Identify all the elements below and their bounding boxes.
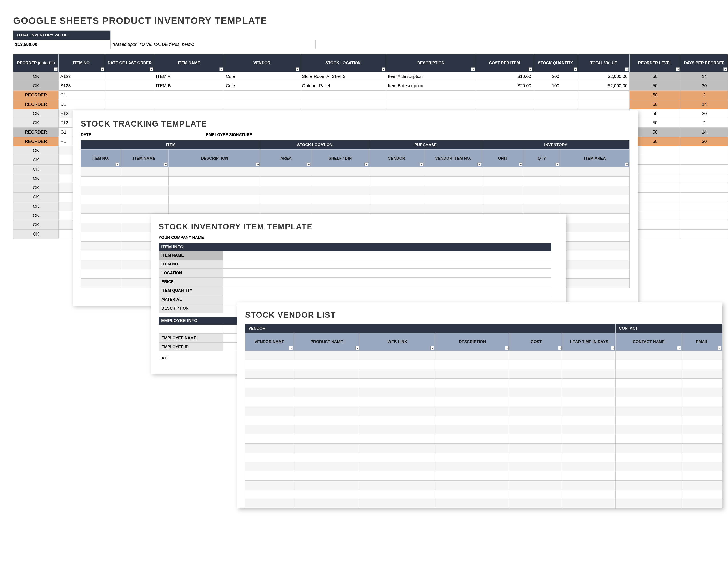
table-row[interactable]: [245, 499, 722, 508]
cell[interactable]: [311, 204, 369, 214]
cell[interactable]: [245, 388, 294, 397]
cell[interactable]: [245, 481, 294, 490]
days-per-reorder[interactable]: [681, 165, 728, 174]
description[interactable]: [386, 90, 476, 100]
cell[interactable]: [563, 397, 616, 407]
cell[interactable]: [81, 232, 120, 241]
cell[interactable]: [616, 462, 682, 471]
cell[interactable]: [510, 397, 563, 407]
cell[interactable]: [435, 407, 510, 416]
item-name[interactable]: ITEM B: [154, 81, 224, 90]
cell[interactable]: [435, 444, 510, 453]
cost-per-item[interactable]: [476, 100, 533, 109]
cell[interactable]: [435, 499, 510, 508]
cell[interactable]: [435, 481, 510, 490]
cell[interactable]: [616, 434, 682, 444]
column-header[interactable]: DATE OF LAST ORDER: [105, 54, 154, 72]
table-row[interactable]: [245, 369, 722, 379]
cell[interactable]: [682, 490, 722, 499]
cell[interactable]: [369, 204, 424, 214]
column-header[interactable]: DESCRIPTION: [435, 333, 510, 351]
cell[interactable]: [360, 369, 435, 379]
column-header[interactable]: ITEM NO.: [58, 54, 105, 72]
cell[interactable]: [120, 186, 168, 195]
days-per-reorder[interactable]: [681, 174, 728, 183]
cell[interactable]: [294, 360, 360, 369]
cell[interactable]: [682, 499, 722, 508]
cell[interactable]: [360, 416, 435, 425]
cell[interactable]: [616, 416, 682, 425]
vendor[interactable]: Cole: [224, 81, 300, 90]
days-per-reorder[interactable]: 2: [681, 118, 728, 128]
cell[interactable]: [523, 204, 560, 214]
days-per-reorder[interactable]: 14: [681, 128, 728, 137]
column-header[interactable]: VENDOR ITEM NO.: [424, 150, 482, 167]
cell[interactable]: [510, 407, 563, 416]
cell[interactable]: [81, 167, 120, 177]
reorder-status[interactable]: OK: [13, 155, 59, 165]
cell[interactable]: [510, 388, 563, 397]
field-value[interactable]: [223, 269, 551, 277]
cell[interactable]: [563, 407, 616, 416]
cell[interactable]: [616, 379, 682, 388]
cell[interactable]: [616, 351, 682, 360]
table-row[interactable]: [245, 351, 722, 360]
cell[interactable]: [435, 416, 510, 425]
days-per-reorder[interactable]: [681, 146, 728, 155]
reorder-status[interactable]: OK: [13, 146, 59, 155]
cell[interactable]: [294, 444, 360, 453]
column-header[interactable]: UNIT: [482, 150, 523, 167]
cell[interactable]: [294, 471, 360, 481]
cell[interactable]: [245, 425, 294, 434]
cell[interactable]: [560, 260, 630, 269]
cell[interactable]: [616, 388, 682, 397]
cell[interactable]: [294, 481, 360, 490]
cell[interactable]: [560, 204, 630, 214]
cell[interactable]: [616, 471, 682, 481]
cell[interactable]: [523, 167, 560, 177]
cell[interactable]: [482, 195, 523, 204]
reorder-level[interactable]: 50: [629, 100, 681, 109]
cell[interactable]: [682, 397, 722, 407]
cell[interactable]: [563, 462, 616, 471]
table-row[interactable]: [81, 204, 630, 214]
reorder-status[interactable]: OK: [13, 81, 59, 90]
cell[interactable]: [261, 195, 311, 204]
item-no[interactable]: B123: [58, 81, 105, 90]
cell[interactable]: [510, 369, 563, 379]
cell[interactable]: [435, 379, 510, 388]
cell[interactable]: [360, 490, 435, 499]
cell[interactable]: [369, 186, 424, 195]
cell[interactable]: [261, 204, 311, 214]
cell[interactable]: [563, 369, 616, 379]
table-row[interactable]: OKB123ITEM BColeOutdoor PalletItem B des…: [13, 81, 728, 90]
cell[interactable]: [245, 360, 294, 369]
cell[interactable]: [360, 360, 435, 369]
cell[interactable]: [245, 351, 294, 360]
cell[interactable]: [360, 453, 435, 462]
days-per-reorder[interactable]: [681, 183, 728, 192]
cell[interactable]: [563, 360, 616, 369]
cell[interactable]: [560, 195, 630, 204]
cell[interactable]: [616, 407, 682, 416]
days-per-reorder[interactable]: [681, 192, 728, 202]
cell[interactable]: [616, 397, 682, 407]
column-header[interactable]: DESCRIPTION: [169, 150, 261, 167]
description[interactable]: Item B description: [386, 81, 476, 90]
days-per-reorder[interactable]: 30: [681, 81, 728, 90]
item-name[interactable]: ITEM A: [154, 72, 224, 81]
stock-qty[interactable]: [533, 90, 578, 100]
cell[interactable]: [682, 388, 722, 397]
reorder-status[interactable]: OK: [13, 174, 59, 183]
cell[interactable]: [169, 195, 261, 204]
stock-location[interactable]: Store Room A, Shelf 2: [300, 72, 386, 81]
table-row[interactable]: [81, 195, 630, 204]
cell[interactable]: [360, 379, 435, 388]
cell[interactable]: [560, 167, 630, 177]
cell[interactable]: [294, 453, 360, 462]
table-row[interactable]: [245, 471, 722, 481]
cell[interactable]: [560, 214, 630, 223]
column-header[interactable]: ITEM NAME: [120, 150, 168, 167]
cell[interactable]: [294, 462, 360, 471]
cell[interactable]: [81, 251, 120, 260]
